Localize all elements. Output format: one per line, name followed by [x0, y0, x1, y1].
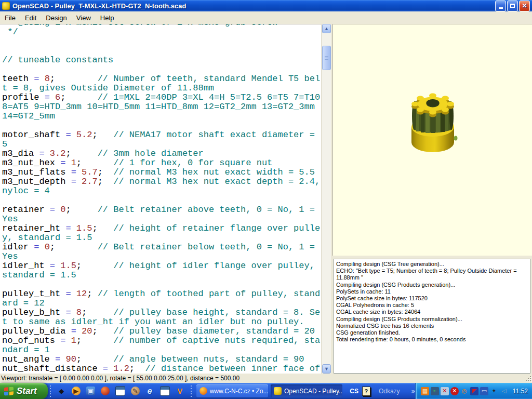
editor-scrollbar[interactable]: ▲ ▼: [321, 24, 331, 374]
firefox-icon: [200, 387, 207, 395]
pulley-3d-model: [333, 24, 532, 256]
code-line: [2, 121, 320, 130]
code-editor[interactable]: * @using 1 x m3x10 set screw or 1 x m3x8…: [0, 24, 321, 374]
console-line: CGAL cache size in bytes: 24064: [336, 309, 528, 315]
security-shield-icon[interactable]: ✕: [450, 387, 459, 395]
scroll-down-button[interactable]: ▼: [322, 364, 331, 374]
window-title: OpenSCAD - Pulley_T-MXL-XL-HTD-GT2_N-too…: [12, 2, 186, 10]
console-line: Compiling design (CSG Products normaliza…: [336, 316, 528, 323]
media-player-icon[interactable]: ▶: [72, 387, 81, 395]
editor-text: * @using 1 x m3x10 set screw or 1 x m3x8…: [2, 24, 320, 374]
code-line: nyloc = 4: [2, 187, 320, 196]
code-line: y, standard = 1.5: [2, 233, 320, 243]
code-line: 8=AT5 9=HTD_3mm 10=HTD_5mm 11=HTD_8mm 12…: [2, 102, 320, 112]
scrollbar-thumb[interactable]: [322, 46, 331, 70]
start-button[interactable]: Start: [0, 383, 48, 399]
volume-icon[interactable]: ◁: [500, 387, 508, 395]
console-line: Compiling design (CSG Tree generation)..…: [336, 261, 528, 268]
taskbar: Start ◆▶▣✎eV www.C-N-C.cz • Zo... OpenSC…: [0, 383, 532, 399]
code-line: [2, 280, 320, 289]
red-ball-icon[interactable]: [101, 387, 110, 395]
code-line: ndard = 1: [2, 345, 320, 355]
code-line: 5: [2, 140, 320, 149]
scroll-up-button[interactable]: ▲: [322, 24, 331, 33]
toolbar-separator[interactable]: [50, 385, 51, 397]
console-line: Normalized CSG tree has 16 elements: [336, 323, 528, 329]
code-line: nut_shaft_distance = 1.2; // distance be…: [2, 364, 320, 374]
mouse-utility-icon[interactable]: ✦: [490, 387, 498, 395]
3d-viewport[interactable]: [332, 24, 532, 256]
language-indicator[interactable]: CS: [350, 388, 358, 395]
code-line: m3_nut_depth = 2.7; // normal M3 hex nut…: [2, 177, 320, 187]
toolbar-separator[interactable]: [191, 385, 192, 397]
quick-launch-bar: ◆▶▣✎eV: [53, 386, 189, 396]
wireless-signal-icon[interactable]: ≈: [431, 387, 439, 395]
console-line: ECHO: "Belt type = T5; Number of teeth =…: [336, 268, 528, 274]
console-line: Compiling design (CSG Products generatio…: [336, 282, 528, 288]
gimp-icon[interactable]: ✎: [131, 387, 140, 395]
code-line: pulley_t_ht = 12; // length of toothed p…: [2, 289, 320, 299]
code-line: idler = 0; // Belt retainer below teeth,…: [2, 243, 320, 252]
code-line: motor_shaft = 5.2; // NEMA17 motor shaft…: [2, 130, 320, 140]
code-line: */: [2, 28, 320, 37]
console-output[interactable]: Compiling design (CSG Tree generation)..…: [334, 259, 530, 374]
console-line: PolySet cache size in bytes: 117520: [336, 295, 528, 302]
menu-file[interactable]: File: [0, 12, 20, 23]
resize-grip-icon: [525, 375, 531, 381]
code-line: teeth = 8; // Number of teeth, standard …: [2, 74, 320, 84]
minimize-button[interactable]: [495, 1, 506, 11]
viewport-status-text: Viewport: translate = [ 0.00 0.00 0.00 ]…: [1, 375, 240, 382]
openscad-app-icon: [2, 2, 10, 10]
sync-pinwheel-icon[interactable]: ◤: [470, 387, 478, 395]
code-line: t = 8, gives Outside Diameter of 11.88mm: [2, 84, 320, 93]
close-button[interactable]: ✕: [519, 1, 530, 11]
start-label: Start: [17, 386, 37, 396]
menu-edit[interactable]: Edit: [20, 12, 41, 23]
code-line: [2, 196, 320, 205]
code-line: m3_dia = 3.2; // 3mm hole diameter: [2, 149, 320, 158]
inkscape-icon[interactable]: ◆: [57, 387, 66, 395]
messenger-icon[interactable]: ▣: [86, 387, 95, 395]
task-button-firefox[interactable]: www.C-N-C.cz • Zo...: [196, 384, 268, 397]
code-line: m3_nut_flats = 5.7; // normal M3 hex nut…: [2, 168, 320, 177]
status-bar: Viewport: translate = [ 0.00 0.00 0.00 ]…: [0, 374, 532, 383]
menu-design[interactable]: Design: [41, 12, 71, 23]
task-button-openscad[interactable]: OpenSCAD - Pulley...: [271, 384, 342, 397]
code-line: profile = 6; // 1=MXL 2=40DP 3=XL 4=H 5=…: [2, 93, 320, 102]
code-line: m3_nut_hex = 1; // 1 for hex, 0 for squa…: [2, 158, 320, 168]
console-line: PolySets in cache: 11: [336, 288, 528, 295]
code-line: [2, 46, 320, 56]
task-button-label: www.C-N-C.cz • Zo...: [210, 388, 268, 395]
code-line: Yes: [2, 215, 320, 224]
orange-ring-icon[interactable]: ◎: [460, 387, 469, 395]
code-line: [2, 37, 320, 46]
taskbar-clock[interactable]: 11:52: [513, 388, 528, 395]
console-line: CGAL Polyhedrons in cache: 5: [336, 302, 528, 309]
help-tray-icon[interactable]: ?: [362, 387, 370, 396]
internet-explorer-icon[interactable]: e: [145, 387, 154, 395]
task-button-label: OpenSCAD - Pulley...: [284, 388, 342, 395]
code-line: idler_ht = 1.5; // height of idler flang…: [2, 261, 320, 271]
code-line: ard = 12: [2, 299, 320, 308]
menu-view[interactable]: View: [72, 12, 96, 23]
windows-flag-icon: [4, 387, 14, 395]
menu-help[interactable]: Help: [96, 12, 119, 23]
window-app-icon[interactable]: [115, 386, 125, 396]
code-line: t to same as idler_ht if you want an idl…: [2, 317, 320, 327]
code-line: standard = 1.5: [2, 271, 320, 280]
window-app-icon-2[interactable]: [160, 386, 170, 396]
code-line: Yes: [2, 252, 320, 261]
chevron-expand-icon[interactable]: »: [411, 387, 415, 395]
openscad-icon: [274, 387, 282, 395]
display-settings-icon[interactable]: ▭: [480, 387, 488, 395]
code-line: * @using 1 x m3x10 set screw or 1 x m3x8…: [2, 24, 320, 28]
console-line: CSG generation finished.: [336, 329, 528, 336]
network-error-icon[interactable]: ✕: [441, 387, 449, 395]
maximize-button[interactable]: [507, 1, 518, 11]
cd-burner-icon[interactable]: ▦: [421, 387, 429, 395]
code-line: 14=GT2_5mm: [2, 112, 320, 121]
links-toolbar-label[interactable]: Odkazy: [379, 388, 400, 395]
title-bar: OpenSCAD - Pulley_T-MXL-XL-HTD-GT2_N-too…: [0, 0, 532, 11]
vnc-icon[interactable]: V: [176, 387, 184, 395]
menu-bar: File Edit Design View Help: [0, 11, 532, 24]
